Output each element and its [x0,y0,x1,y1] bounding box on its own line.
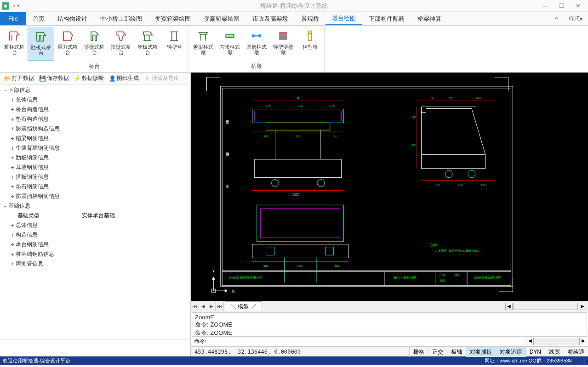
svg-text:320: 320 [458,184,463,186]
tab-urban-pier[interactable]: 市政及高架墩 [246,12,295,25]
tab-pier-abutment[interactable]: 墩台绘图 [325,12,362,25]
diag-icon: ⚡ [74,75,81,82]
tab-struct[interactable]: 结构物设计 [51,12,94,25]
tab-prev-icon[interactable]: ◀ [199,301,207,311]
svg-point-26 [272,180,279,187]
rbtn-pile-abutment[interactable]: 桩柱式桥台 [1,28,28,61]
ribbon-group-pier: 盖梁柱式墩 方形柱式墩 圆形柱式墩 轻型薄壁墩 轻型墩 桥墩 [189,26,325,72]
pile-abutment-icon [7,28,22,43]
svg-text:275: 275 [266,104,271,107]
tree-node-overall[interactable]: +总体信息 [0,95,190,105]
tree-node-leg-rebar[interactable]: +牛腿背墙钢筋信息 [0,143,190,153]
save-data-button[interactable]: 💾保存数据 [37,73,71,83]
svg-text:140: 140 [481,184,486,186]
tree-root-foundation[interactable]: -基础信息 [0,201,190,211]
style-dropdown[interactable]: 样式 ▾ [563,12,588,25]
tree-node-pad[interactable]: +垫石构造信息 [0,114,190,124]
snap-lw[interactable]: 线宽 [545,347,564,357]
svg-rect-56 [266,247,274,255]
snap-osnap[interactable]: 对象捕捉 [466,347,496,357]
tree-node-abutment[interactable]: +桥台构造信息 [0,105,190,114]
close-button[interactable]: ✕ [576,2,581,9]
rbtn-cap-pier[interactable]: 盖梁柱式墩 [190,28,217,61]
tab-var-height-box[interactable]: 变高箱梁绘图 [197,12,246,25]
minimize-button[interactable]: — [542,2,548,9]
svg-point-40 [445,170,452,178]
hscroll-track[interactable] [514,303,578,310]
rbtn-round-pier[interactable]: 圆形柱式墩 [243,28,270,61]
tree-f-struct[interactable]: +构造信息 [0,230,190,240]
snap-grid[interactable]: 栅格 [409,347,428,357]
command-input[interactable] [208,338,526,345]
ribbon-group-abutment: 桩柱式桥台 肋板式桥台 重力式桥台 薄壁式桥台 扶壁式桥台 座板式桥台 轻型台 … [0,26,189,72]
tab-landscape[interactable]: 景观桥 [295,12,325,25]
tab-first-icon[interactable]: ⏮ [191,301,199,311]
tree-node-seis[interactable]: +防震挡块构造信息 [0,124,190,134]
svg-rect-0 [226,34,234,38]
data-tree[interactable]: -下部信息 +总体信息 +桥台构造信息 +垫石构造信息 +防震挡块构造信息 +帽… [0,85,190,339]
rbtn-rib-abutment[interactable]: 肋板式桥台 [28,28,54,61]
rbtn-gravity-abutment[interactable]: 重力式桥台 [54,28,81,61]
rbtn-buttress-abutment[interactable]: 扶壁式桥台 [108,28,134,61]
maximize-button[interactable]: ☐ [559,2,565,9]
snap-qht[interactable]: 桥绘通 [564,347,588,357]
tree-f-sound[interactable]: +声测管信息 [0,259,190,269]
tree-root-lower[interactable]: -下部信息 [0,85,190,95]
svg-rect-10 [222,271,511,285]
tab-bridge-calc[interactable]: 桥梁神算 [411,12,448,25]
cmd-scroll-track[interactable] [533,338,579,345]
tree-f-pile-rebar[interactable]: +桩基础钢筋信息 [0,249,190,259]
tree-node-ear-rebar[interactable]: +耳墙钢筋信息 [0,163,190,172]
svg-point-41 [468,170,475,178]
svg-rect-54 [261,209,340,238]
thin-abutment-icon [87,28,102,43]
tab-last-icon[interactable]: ⏭ [216,301,224,311]
rbtn-light-abutment[interactable]: 轻型台 [161,28,188,61]
tree-f-cap-rebar[interactable]: +承台钢筋信息 [0,240,190,249]
rbtn-thin-pier[interactable]: 轻型薄壁墩 [270,28,297,61]
rbtn-thin-abutment[interactable]: 薄壁式桥台 [81,28,108,61]
svg-text:488: 488 [476,97,481,100]
tree-node-seis-rebar[interactable]: +防震挡块钢筋信息 [0,192,190,201]
cad-viewport[interactable]: XX设计研究院有限公司 桥台一般构造图 比例 日期 图号 XX桥梁施工设计图 1… [191,73,588,301]
svg-text:700: 700 [296,135,301,138]
snap-otrack[interactable]: 对象追踪 [496,347,525,357]
ribbon-minimize-icon[interactable]: ^ [549,12,563,25]
save-icon: 💾 [39,75,46,82]
gen-drawing-button[interactable]: 👤图纸生成 [107,73,141,83]
ribbon-group-label-pier: 桥墩 [189,61,324,72]
svg-text:1060: 1060 [292,193,300,196]
light-pier-icon [303,28,317,43]
snap-polar[interactable]: 极轴 [447,347,466,357]
tab-home[interactable]: 首页 [26,12,51,25]
tree-foundation-kind[interactable]: 基础类型实体承台基础 [0,211,190,220]
qat-dropdown-icon[interactable]: ≡ ▾ [13,3,19,8]
snap-dyn[interactable]: DYN [525,347,545,357]
hscroll-right-icon[interactable]: ▶ [579,303,586,310]
left-panel: 📂打开数据 💾保存数据 ⚡数据诊断 👤图纸生成 ♯计算及导出 -下部信息 +总体… [0,73,191,356]
hscroll-left-icon[interactable]: ◀ [505,303,513,310]
tab-lower-rebar[interactable]: 下部构件配筋 [362,12,411,25]
cmd-scroll-left-icon[interactable]: ◀ [526,338,533,345]
open-data-button[interactable]: 📂打开数据 [2,73,36,83]
tree-node-cap-rebar[interactable]: +帽梁钢筋信息 [0,134,190,143]
model-tab[interactable]: ╲ 模型 ╱ [225,301,262,311]
svg-rect-39 [422,155,485,169]
tab-next-icon[interactable]: ▶ [207,301,216,311]
snap-ortho[interactable]: 正交 [428,347,447,357]
rbtn-rect-pier[interactable]: 方形柱式墩 [217,28,243,61]
diag-data-button[interactable]: ⚡数据诊断 [72,73,106,83]
file-menu[interactable]: File [0,12,26,25]
tree-f-overall[interactable]: +总体信息 [0,220,190,230]
tab-small-bridge[interactable]: 中小桥上部绘图 [94,12,148,25]
tree-node-rib-rebar[interactable]: +肋板钢筋信息 [0,153,190,163]
tree-node-pad-rebar[interactable]: +垫石钢筋信息 [0,182,190,192]
tab-var-width-box[interactable]: 变宽箱梁绘图 [148,12,197,25]
status-resize-grip[interactable]: .:: [581,358,585,363]
rbtn-seat-abutment[interactable]: 座板式桥台 [134,28,161,61]
thin-pier-icon [276,28,291,43]
cmd-scroll-right-icon[interactable]: ▶ [579,338,587,345]
svg-rect-53 [257,205,344,242]
rbtn-light-pier[interactable]: 轻型墩 [297,28,323,61]
tree-node-slab-rebar[interactable]: +搭板钢筋信息 [0,172,190,182]
